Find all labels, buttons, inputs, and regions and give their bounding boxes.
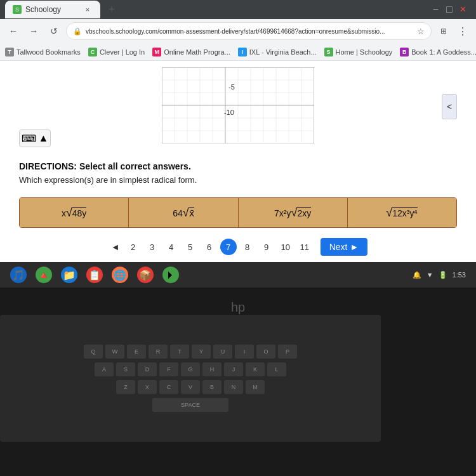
key-n[interactable]: N bbox=[224, 380, 243, 394]
bookmark-schoology[interactable]: S Home | Schoology bbox=[324, 48, 393, 56]
key-u[interactable]: U bbox=[213, 345, 232, 359]
new-tab-button[interactable]: + bbox=[103, 1, 121, 18]
key-c[interactable]: C bbox=[159, 380, 178, 394]
key-x[interactable]: X bbox=[138, 380, 157, 394]
key-a[interactable]: A bbox=[95, 362, 114, 376]
directions-text: Which expression(s) are in simplest radi… bbox=[19, 175, 457, 185]
keyboard-toggle-button[interactable]: ⌨ ▲ bbox=[19, 129, 51, 147]
pagination: ◄ 2 3 4 5 6 7 8 9 10 11 Next ► bbox=[0, 228, 476, 262]
svg-text:-5: -5 bbox=[228, 83, 235, 91]
bookmark-ixl[interactable]: I IXL - Virginia Beach... bbox=[238, 48, 317, 56]
browser-window: S Schoology × + − □ × ← → ↺ 🔒 vbschools.… bbox=[0, 0, 476, 288]
taskbar-play-icon[interactable]: ⏵ bbox=[162, 267, 179, 283]
key-e[interactable]: E bbox=[127, 345, 146, 359]
page-num-3[interactable]: 3 bbox=[144, 239, 161, 255]
tab-label: Schoology bbox=[25, 5, 61, 14]
menu-button[interactable]: ⋮ bbox=[454, 23, 471, 39]
page-num-9[interactable]: 9 bbox=[258, 239, 275, 255]
bookmark-icon: S bbox=[324, 48, 333, 56]
key-q[interactable]: Q bbox=[84, 345, 103, 359]
key-h[interactable]: H bbox=[202, 362, 221, 376]
reload-button[interactable]: ↺ bbox=[46, 23, 62, 39]
page-num-5[interactable]: 5 bbox=[182, 239, 199, 255]
key-w[interactable]: W bbox=[105, 345, 124, 359]
star-icon[interactable]: ☆ bbox=[417, 27, 425, 36]
page-num-2[interactable]: 2 bbox=[125, 239, 142, 255]
answer-option-3[interactable]: 7x²y√2xy bbox=[239, 198, 348, 227]
tab-favicon: S bbox=[13, 5, 22, 14]
taskbar: 🎵 🔺 📁 📋 🌐 📦 ⏵ 🔔 ▼ 🔋 1:53 bbox=[0, 262, 476, 288]
url-text: vbschools.schoology.com/common-assessmen… bbox=[86, 28, 385, 35]
graph-grid: -5 -10 bbox=[162, 67, 314, 143]
bookmark-icon: C bbox=[88, 48, 97, 56]
key-d[interactable]: D bbox=[138, 362, 157, 376]
taskbar-drive-icon[interactable]: 🔺 bbox=[36, 267, 52, 283]
address-bar-row: ← → ↺ 🔒 vbschools.schoology.com/common-a… bbox=[0, 19, 476, 43]
bookmark-clever[interactable]: C Clever | Log In bbox=[88, 48, 145, 56]
keyboard-section: Q W E R T Y U I O P A S D F G H J K L bbox=[0, 315, 381, 442]
bookmark-math[interactable]: M Online Math Progra... bbox=[152, 48, 230, 56]
key-k[interactable]: K bbox=[246, 362, 265, 376]
address-bar[interactable]: 🔒 vbschools.schoology.com/common-assessm… bbox=[66, 22, 432, 40]
keyboard-row-2: A S D F G H J K L bbox=[95, 362, 286, 376]
directions-section: DIRECTIONS: Select all correct answers. … bbox=[0, 155, 476, 197]
page-num-4[interactable]: 4 bbox=[163, 239, 180, 255]
key-s[interactable]: S bbox=[116, 362, 135, 376]
taskbar-files-icon[interactable]: 📁 bbox=[61, 267, 77, 283]
back-button[interactable]: ← bbox=[5, 23, 22, 39]
key-l[interactable]: L bbox=[267, 362, 286, 376]
bookmark-icon: B bbox=[400, 48, 409, 56]
maximize-button[interactable]: □ bbox=[446, 4, 453, 15]
key-i[interactable]: I bbox=[235, 345, 254, 359]
collapse-panel-button[interactable]: < bbox=[442, 94, 457, 119]
network-icon: 🔔 bbox=[413, 271, 421, 279]
taskbar-sheets-icon[interactable]: 📋 bbox=[86, 267, 103, 283]
keyboard-row-3: Z X C V B N M bbox=[116, 380, 265, 394]
taskbar-chrome-app-icon[interactable]: 🌐 bbox=[112, 267, 128, 283]
key-b[interactable]: B bbox=[202, 380, 221, 394]
key-j[interactable]: J bbox=[224, 362, 243, 376]
page-num-10[interactable]: 10 bbox=[277, 239, 294, 255]
key-y[interactable]: Y bbox=[192, 345, 211, 359]
taskbar-chrome-icon[interactable]: 🎵 bbox=[10, 267, 27, 283]
key-z[interactable]: Z bbox=[116, 380, 135, 394]
option-2-text: 64√x̄ bbox=[173, 207, 194, 218]
key-g[interactable]: G bbox=[181, 362, 200, 376]
close-button[interactable]: × bbox=[460, 4, 466, 15]
key-f[interactable]: F bbox=[159, 362, 178, 376]
bookmark-tallwood[interactable]: T Tallwood Bookmarks bbox=[5, 48, 81, 56]
page-num-11[interactable]: 11 bbox=[296, 239, 313, 255]
key-space[interactable]: SPACE bbox=[152, 398, 228, 412]
prev-page-button[interactable]: ◄ bbox=[109, 240, 122, 254]
answer-option-4[interactable]: √12x³y⁴ bbox=[348, 198, 456, 227]
page-num-8[interactable]: 8 bbox=[239, 239, 256, 255]
bookmark-icon: T bbox=[5, 48, 14, 56]
key-m[interactable]: M bbox=[246, 380, 265, 394]
taskbar-right: 🔔 ▼ 🔋 1:53 bbox=[413, 271, 466, 279]
wifi-icon: ▼ bbox=[426, 271, 433, 279]
next-button[interactable]: Next ► bbox=[321, 238, 368, 256]
option-1-text: x√48y bbox=[62, 207, 86, 218]
page-num-7[interactable]: 7 bbox=[220, 239, 237, 255]
answer-option-1[interactable]: x√48y bbox=[20, 198, 129, 227]
bookmark-book[interactable]: B Book 1: A Goddess... bbox=[400, 48, 476, 56]
key-o[interactable]: O bbox=[256, 345, 275, 359]
taskbar-app-icon[interactable]: 📦 bbox=[137, 267, 154, 283]
bookmark-icon: M bbox=[152, 48, 161, 56]
minimize-button[interactable]: − bbox=[433, 4, 439, 15]
key-t[interactable]: T bbox=[170, 345, 189, 359]
key-p[interactable]: P bbox=[278, 345, 297, 359]
keyboard-row-space: SPACE bbox=[152, 398, 228, 412]
laptop-body: hp Q W E R T Y U I O P A S D F G H J bbox=[0, 288, 476, 476]
page-num-6[interactable]: 6 bbox=[201, 239, 218, 255]
extensions-button[interactable]: ⊞ bbox=[435, 23, 452, 39]
active-tab[interactable]: S Schoology × bbox=[5, 1, 100, 18]
battery-icon: 🔋 bbox=[439, 271, 447, 279]
tab-close-button[interactable]: × bbox=[83, 4, 93, 15]
answer-option-2[interactable]: 64√x̄ bbox=[129, 198, 238, 227]
key-v[interactable]: V bbox=[181, 380, 200, 394]
directions-title: DIRECTIONS: Select all correct answers. bbox=[19, 161, 457, 171]
forward-button[interactable]: → bbox=[25, 23, 42, 39]
keyboard-icon: ⌨ bbox=[22, 133, 36, 145]
key-r[interactable]: R bbox=[149, 345, 168, 359]
